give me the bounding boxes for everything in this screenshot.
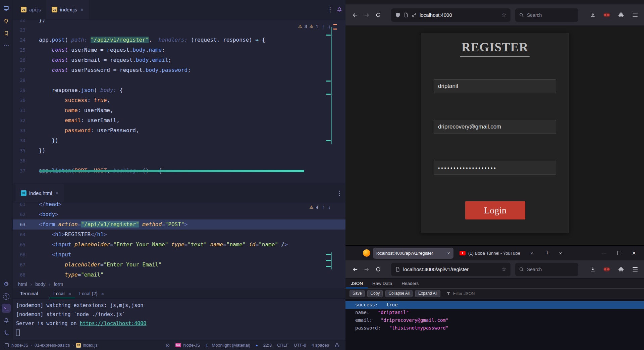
lock-icon[interactable]: [334, 343, 339, 348]
bookmarks-icon[interactable]: [0, 28, 12, 39]
settings-gear-icon[interactable]: ⚙: [0, 279, 12, 289]
url-text[interactable]: localhost:4000: [420, 12, 498, 18]
code-line-22[interactable]: 22}): [13, 19, 345, 25]
ide-notifications-bell-icon[interactable]: [336, 7, 345, 12]
tab-youtube[interactable]: (1) Boba Tunnel - YouTube ×: [456, 248, 537, 259]
menu-hamburger-icon[interactable]: [630, 264, 640, 274]
extensions-puzzle-icon[interactable]: [616, 10, 626, 20]
status-line-separator[interactable]: CRLF: [277, 343, 288, 348]
code-line-29[interactable]: 29 response.json( body: {: [13, 85, 345, 95]
status-project[interactable]: Node-JS: [11, 343, 29, 348]
back-button[interactable]: [350, 9, 361, 21]
highlighting-level-icon[interactable]: ⊘: [166, 342, 170, 348]
code-line-25[interactable]: 25 const userName = request.body.name;: [13, 45, 345, 55]
tab-close-icon[interactable]: ×: [68, 291, 71, 297]
tab-index-html[interactable]: <> index.html ×: [15, 184, 64, 202]
json-entry-name[interactable]: name: "driptanil": [345, 309, 644, 316]
page-icon[interactable]: [404, 12, 409, 17]
status-indent[interactable]: 4 spaces: [312, 343, 329, 348]
url-bar[interactable]: localhost:4000/api/v1/register ☆: [391, 263, 511, 276]
code-line-66[interactable]: 66 <input: [13, 250, 345, 260]
back-button[interactable]: [350, 264, 361, 275]
tab-register-api[interactable]: localhost:4000/api/v1/register ×: [373, 248, 453, 259]
login-button[interactable]: Login: [465, 201, 525, 219]
prev-warning-arrow[interactable]: ↑: [322, 204, 325, 210]
plug-icon[interactable]: [0, 15, 12, 26]
help-icon[interactable]: ?: [0, 291, 12, 302]
save-button[interactable]: Save: [350, 290, 365, 297]
json-entry-success[interactable]: success: true: [345, 301, 644, 309]
tab-api-js[interactable]: JS api.js: [15, 0, 46, 19]
code-line-26[interactable]: 26 const userEmail = request.body.email;: [13, 55, 345, 65]
breadcrumb-form[interactable]: form: [54, 282, 63, 287]
tab-close-icon[interactable]: ×: [101, 291, 104, 297]
tab-list-chevron-icon[interactable]: [558, 251, 562, 255]
git-branch-icon[interactable]: [0, 328, 12, 338]
inspections-widget[interactable]: ⚠3 ⚠1 ↑ ↓: [298, 23, 331, 29]
prev-warning-arrow[interactable]: ↑: [322, 23, 325, 29]
editor-options-kebab-icon[interactable]: ⋮: [324, 6, 336, 13]
window-maximize-button[interactable]: [612, 247, 627, 259]
tab-close-icon[interactable]: ×: [530, 250, 533, 256]
warning-stripe-mark[interactable]: [333, 24, 337, 25]
code-editor-index-js[interactable]: 22})2324app.post( path: "/api/v1/registe…: [13, 19, 345, 184]
filter-json-input[interactable]: [452, 291, 494, 296]
page-icon[interactable]: [395, 267, 400, 272]
expand-all-button[interactable]: Expand All: [415, 290, 440, 297]
search-box[interactable]: Search: [515, 263, 578, 276]
download-icon[interactable]: [588, 10, 598, 20]
code-line-65[interactable]: 65 <input placeholder="Enter Your Name" …: [13, 240, 345, 250]
code-line-23[interactable]: 23: [13, 25, 345, 35]
status-encoding[interactable]: UTF-8: [294, 343, 306, 348]
shield-icon[interactable]: [395, 12, 400, 18]
terminal-tab-local-2[interactable]: Local (2) ×: [75, 289, 108, 298]
code-line-35[interactable]: 35}): [13, 146, 345, 156]
reload-button[interactable]: [372, 264, 384, 275]
password-input[interactable]: [434, 161, 556, 175]
tab-close-icon[interactable]: ×: [55, 190, 58, 196]
terminal-title[interactable]: Terminal: [20, 291, 38, 296]
code-line-68[interactable]: 68 type="email": [13, 270, 345, 280]
code-line-36[interactable]: 36: [13, 156, 345, 166]
firefox-icon[interactable]: [363, 249, 370, 257]
forward-button[interactable]: [361, 264, 372, 275]
code-line-62[interactable]: 62<body>: [13, 209, 345, 219]
code-line-64[interactable]: 64 <h1>REGISTER</h1>: [13, 230, 345, 240]
code-line-31[interactable]: 31 name: userName,: [13, 105, 345, 115]
key-icon[interactable]: [412, 12, 417, 17]
next-warning-arrow[interactable]: ↓: [328, 204, 331, 210]
more-tool-windows-icon[interactable]: ⋯: [0, 40, 12, 50]
status-folder[interactable]: 01-express-basics: [35, 343, 70, 348]
terminal-output[interactable]: [nodemon] watching extensions: js,mjs,js…: [13, 299, 345, 340]
breadcrumb-html[interactable]: html: [18, 282, 27, 287]
status-theme[interactable]: ☾Moonlight (Material): [206, 343, 250, 348]
status-caret-position[interactable]: 22:3: [263, 343, 272, 348]
inspections-widget[interactable]: ⚠4 ↑ ↓: [310, 204, 331, 210]
devtools-tab-rawdata[interactable]: Raw Data: [368, 279, 397, 288]
extension-goggles-icon[interactable]: [602, 264, 612, 274]
next-warning-arrow[interactable]: ↓: [328, 23, 331, 29]
code-editor-index-html[interactable]: 61</head>62<body>63<form action="/api/v1…: [13, 202, 345, 280]
editor-options-kebab-icon[interactable]: ⋮: [334, 189, 345, 197]
code-line-67[interactable]: 67 placeholder="Enter Your Email": [13, 260, 345, 270]
monitor-icon[interactable]: [0, 3, 12, 13]
search-box[interactable]: Search: [515, 8, 578, 22]
bookmark-star-icon[interactable]: ☆: [501, 266, 506, 273]
new-tab-button[interactable]: +: [545, 249, 549, 257]
editor-scrollbar-thumb[interactable]: [331, 27, 332, 144]
code-line-28[interactable]: 28: [13, 75, 345, 85]
code-line-33[interactable]: 33 password: userPassword,: [13, 126, 345, 136]
notifications-bell-icon[interactable]: [0, 315, 12, 326]
warning-stripe-mark[interactable]: [333, 29, 337, 30]
status-file[interactable]: JSindex.js: [76, 343, 98, 348]
bookmark-star-icon[interactable]: ☆: [501, 11, 506, 18]
code-line-27[interactable]: 27 const userPassword = request.body.pas…: [13, 65, 345, 75]
email-input[interactable]: [434, 120, 556, 134]
extensions-puzzle-icon[interactable]: [616, 264, 626, 274]
horizontal-scrollbar[interactable]: [39, 170, 304, 172]
editor-scrollbar-thumb[interactable]: [331, 252, 332, 269]
terminal-tab-local[interactable]: Local ×: [49, 289, 75, 298]
download-icon[interactable]: [588, 264, 598, 274]
json-entry-email[interactable]: email: "driprecovery@gmail.com": [345, 316, 644, 324]
code-line-63[interactable]: 63<form action="/api/v1/register" method…: [13, 219, 345, 230]
